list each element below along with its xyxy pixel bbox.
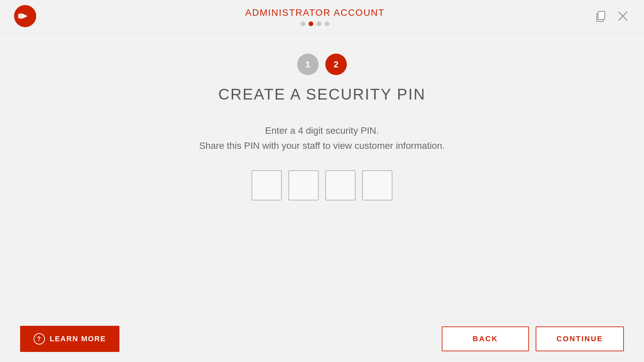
progress-dots (301, 21, 329, 26)
copy-icon (595, 10, 607, 22)
pin-digit-3[interactable] (325, 170, 356, 200)
header-actions (593, 8, 631, 25)
copy-button[interactable] (593, 8, 608, 25)
logo (13, 4, 37, 29)
description: Enter a 4 digit security PIN. Share this… (199, 123, 445, 154)
footer: ? LEARN MORE BACK CONTINUE (0, 316, 644, 362)
back-button[interactable]: BACK (442, 326, 529, 351)
step-2-circle: 2 (325, 54, 347, 75)
continue-button[interactable]: CONTINUE (536, 326, 624, 351)
main-content: 1 2 CREATE A SECURITY PIN Enter a 4 digi… (0, 34, 644, 227)
header: ADMINISTRATOR ACCOUNT (0, 0, 644, 34)
close-button[interactable] (615, 8, 631, 25)
header-center: ADMINISTRATOR ACCOUNT (245, 7, 385, 26)
description-line-2: Share this PIN with your staff to view c… (199, 138, 445, 154)
pin-digit-2[interactable] (288, 170, 319, 200)
step-1-circle: 1 (297, 54, 319, 75)
footer-right-buttons: BACK CONTINUE (442, 326, 624, 351)
learn-more-button[interactable]: ? LEARN MORE (20, 326, 119, 352)
step-2-label: 2 (334, 59, 338, 70)
help-icon: ? (34, 333, 45, 345)
pin-inputs (252, 170, 392, 200)
header-title: ADMINISTRATOR ACCOUNT (245, 7, 385, 18)
progress-dot-2 (309, 21, 313, 26)
svg-rect-2 (598, 11, 605, 19)
pin-digit-4[interactable] (362, 170, 392, 200)
page-title: CREATE A SECURITY PIN (218, 85, 426, 103)
progress-dot-1 (301, 21, 305, 26)
learn-more-label: LEARN MORE (50, 335, 106, 343)
pin-digit-1[interactable] (252, 170, 282, 200)
close-icon (617, 10, 629, 22)
progress-dot-3 (317, 21, 321, 26)
description-line-1: Enter a 4 digit security PIN. (199, 123, 445, 138)
step-1-label: 1 (306, 59, 310, 70)
progress-dot-4 (325, 21, 329, 26)
step-indicators: 1 2 (297, 54, 347, 75)
